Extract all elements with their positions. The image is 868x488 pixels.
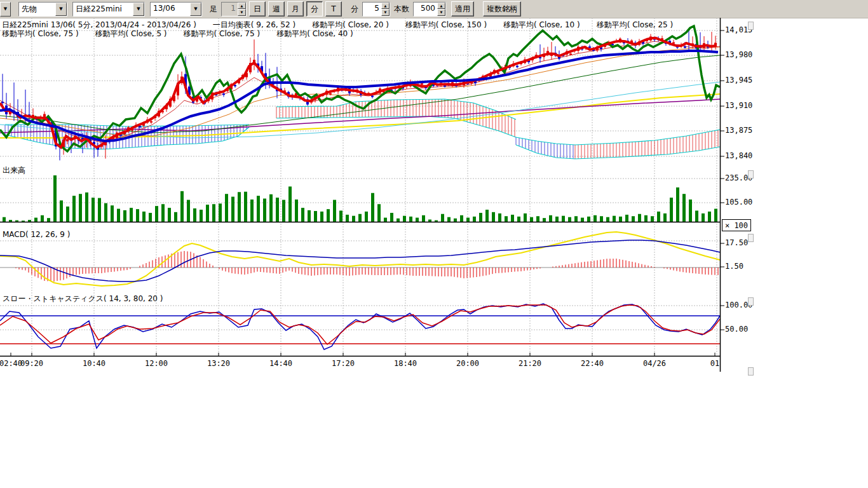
volume-pane-label: 出来高 xyxy=(3,165,25,176)
time-axis-label: 21:20 xyxy=(519,359,541,368)
volume-axis-label: 105.00 xyxy=(725,198,752,207)
time-axis-label: 14:40 xyxy=(269,359,292,368)
pane-resize-handle[interactable] xyxy=(748,367,754,376)
legend-item: 移動平均( Close, 75 ) xyxy=(2,29,79,39)
legend-item: 移動平均( Close, 75 ) xyxy=(184,29,261,39)
macd-axis-label: 1.50 xyxy=(725,262,743,271)
time-axis-label: 12:00 xyxy=(145,359,168,368)
price-axis-label: 13,945 xyxy=(725,76,752,85)
price-axis-label: 13,875 xyxy=(725,126,752,135)
gridlines xyxy=(0,18,720,356)
time-axis-label: 20:00 xyxy=(456,359,479,368)
stochastics-panel xyxy=(0,304,720,349)
price-axis-label: 13,980 xyxy=(725,50,752,59)
macd-axis-label: 17.50 xyxy=(725,238,748,247)
time-axis-label: 18:40 xyxy=(394,359,417,368)
time-axis-label: 02:40 xyxy=(0,359,22,368)
chart-canvas[interactable] xyxy=(0,0,757,381)
indicator-legend-row-2: 移動平均( Close, 75 )移動平均( Close, 5 )移動平均( C… xyxy=(2,29,353,39)
price-axis-label: 13,910 xyxy=(725,101,752,110)
legend-item: 移動平均( Close, 150 ) xyxy=(405,20,487,30)
legend-item: 移動平均( Close, 25 ) xyxy=(597,20,674,30)
macd-panel xyxy=(0,232,720,286)
chart-application-window: ▼ 先物 ▼ 日経225mini ▼ 13/06 ▼ 足 1 ▲▼ 日 週 月 … xyxy=(0,0,868,488)
pane-resize-handle[interactable] xyxy=(748,22,754,30)
pane-resize-handle[interactable] xyxy=(748,297,754,306)
legend-item: 移動平均( Close, 5 ) xyxy=(95,29,167,39)
stochastics-pane-label: スロー・ストキャスティクス( 14, 3, 80, 20 ) xyxy=(3,294,163,304)
time-axis-label: 13:20 xyxy=(207,359,230,368)
time-axis-label: 10:40 xyxy=(83,359,105,368)
pane-resize-handle[interactable] xyxy=(748,170,754,179)
legend-item: 移動平均( Close, 10 ) xyxy=(503,20,580,30)
chart-area[interactable]: 日経225mini 13/06( 5分, 2013/04/24 - 2013/0… xyxy=(0,0,757,381)
stoch-axis-label: 50.00 xyxy=(725,325,748,334)
volume-unit-multiplier-badge: × 100 xyxy=(722,219,751,231)
macd-pane-label: MACD( 12, 26, 9 ) xyxy=(3,230,70,239)
legend-item: 移動平均( Close, 40 ) xyxy=(276,29,353,39)
price-axis-label: 13,840 xyxy=(725,151,752,160)
volume-bars xyxy=(0,175,720,222)
time-axis-label: 01 xyxy=(710,359,719,368)
time-axis-label: 17:20 xyxy=(332,359,355,368)
axes xyxy=(0,18,724,372)
time-axis-label: 04/26 xyxy=(643,359,666,368)
pane-resize-handle[interactable] xyxy=(748,234,754,242)
time-axis-label: 22:40 xyxy=(581,359,604,368)
time-axis-label: 09:20 xyxy=(20,359,43,368)
